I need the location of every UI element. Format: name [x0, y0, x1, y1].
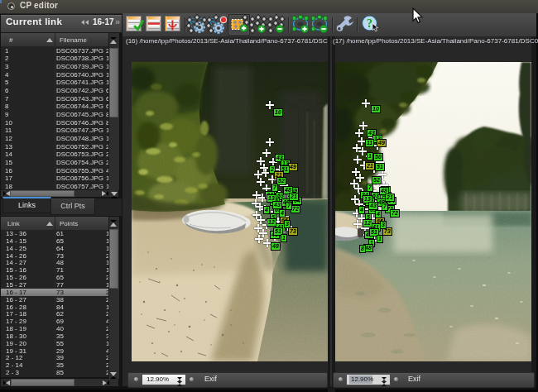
- svg-text:?: ?: [367, 17, 372, 30]
